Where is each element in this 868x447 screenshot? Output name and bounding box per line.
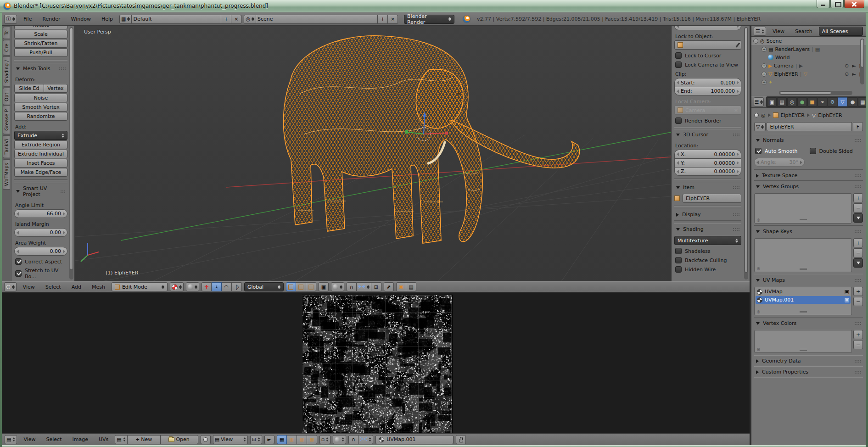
uv-canvas-area[interactable] — [2, 293, 750, 434]
randomize-button[interactable]: Randomize — [14, 112, 67, 121]
cursor-y-field[interactable]: Y: 0.00000 — [674, 158, 741, 167]
tab-tools[interactable]: To — [3, 27, 10, 39]
snap-toggle-button[interactable]: ∩ — [347, 282, 357, 291]
uv-display-dropdown[interactable]: ▤ View — [213, 435, 248, 444]
tab-grease-pencil[interactable]: Grease P — [3, 106, 10, 134]
uvmap-row-2-selected[interactable]: UVMap.001 ▣ — [756, 296, 851, 304]
snap-peel-button[interactable]: ⬈ — [384, 282, 394, 291]
tab-material[interactable]: ● — [848, 97, 857, 106]
expand-icon[interactable]: + — [762, 63, 767, 68]
panel-header-uv-maps[interactable]: UV Maps — [754, 274, 863, 285]
screen-layout-icon-button[interactable]: ▦ — [119, 15, 132, 24]
correct-aspect-checkbox[interactable]: Correct Aspect — [15, 258, 67, 265]
vcol-add-button[interactable]: + — [853, 330, 863, 339]
menu-render[interactable]: Render — [38, 15, 64, 23]
manipulator-x-handle[interactable] — [445, 132, 448, 135]
render-engine-dropdown[interactable]: Blender Render — [404, 15, 454, 24]
tab-scene[interactable]: ◎ — [787, 97, 797, 106]
vertex-colors-list[interactable]: ⊕ — [754, 330, 852, 353]
tab-object-data[interactable]: ▽ — [838, 97, 847, 106]
vcol-remove-button[interactable]: − — [853, 340, 863, 349]
panel-header-mesh-tools[interactable]: Mesh Tools — [14, 63, 67, 73]
elephant-wireframe-mesh[interactable] — [283, 36, 579, 243]
manipulator-scale-button[interactable]: ◹ — [232, 282, 242, 291]
uv-sync-select-button[interactable]: ► — [264, 435, 274, 444]
edge-slide-button[interactable]: Slide Ed — [14, 84, 44, 93]
opengl-render-button[interactable]: ▣ — [396, 282, 406, 291]
extrude-dropdown[interactable]: Extrude — [14, 131, 67, 140]
manipulator-toggle-button[interactable]: ✚ — [202, 282, 212, 291]
cursor-x-field[interactable]: X: 0.00000 — [674, 150, 741, 158]
clear-icon[interactable]: × — [734, 107, 738, 113]
fake-user-button[interactable]: F — [853, 122, 863, 131]
panel-header-vertex-groups[interactable]: Vertex Groups — [754, 181, 863, 191]
island-margin-slider[interactable]: 0.00 — [14, 228, 67, 237]
panel-header-display[interactable]: Display — [674, 209, 741, 219]
pin-icon[interactable] — [754, 113, 759, 117]
uv-select-edge-button[interactable]: ▥ — [287, 435, 297, 444]
outliner-row-camera[interactable]: + ▶ Camera | ▶ ⊙ ► ▣ — [751, 61, 866, 70]
list-resize-grip[interactable] — [800, 219, 807, 221]
mesh-name-field[interactable]: ElphEYER — [767, 122, 852, 131]
area-weight-slider[interactable]: 0.00 — [14, 247, 67, 256]
vgroup-add-button[interactable]: + — [853, 193, 863, 202]
collapse-icon[interactable]: − — [753, 39, 758, 44]
image-open-button[interactable]: Open — [161, 435, 198, 444]
editor-type-button-uv[interactable]: ▤ — [5, 435, 17, 444]
outliner-row-scene[interactable]: − ◎ Scene — [751, 37, 866, 45]
clip-end-slider[interactable]: End: 1000.000 — [674, 87, 741, 95]
stretch-to-uv-bounds-checkbox[interactable]: Stretch to UV Bo... — [15, 268, 67, 279]
uv-sticky-dropdown[interactable]: ▫ — [319, 435, 330, 444]
visibility-eye-icon[interactable]: ⊙ — [845, 63, 849, 69]
editor-type-button-properties[interactable]: ☰ — [754, 97, 764, 106]
visibility-eye-icon[interactable]: ⊙ — [845, 71, 849, 77]
outliner-row-renderlayers[interactable]: + ▤ RenderLayers | ▤ — [751, 45, 866, 53]
expand-icon[interactable]: + — [762, 72, 767, 77]
scene-field[interactable]: Scene — [256, 15, 378, 24]
vertex-groups-list[interactable]: ⊕ — [754, 193, 852, 224]
eyedropper-icon[interactable] — [735, 43, 740, 48]
shapekey-specials-button[interactable] — [853, 258, 863, 268]
tab-texture[interactable]: ▦ — [858, 97, 866, 106]
editor-type-button-info[interactable]: ⓘ — [4, 15, 17, 24]
panel-header-3d-cursor[interactable]: 3D Cursor — [674, 129, 741, 140]
add-layout-button[interactable]: + — [221, 15, 231, 24]
breadcrumb-data[interactable]: ElphEYER — [818, 112, 842, 118]
scale-button[interactable]: Scale — [14, 30, 67, 39]
mode-dropdown[interactable]: Edit Mode — [112, 282, 168, 291]
selectability-cursor-icon[interactable]: ► — [852, 71, 856, 77]
vgroup-remove-button[interactable]: − — [853, 203, 863, 212]
tab-object[interactable]: ■ — [807, 97, 817, 106]
inset-faces-button[interactable]: Inset Faces — [14, 159, 67, 168]
breadcrumb-object[interactable]: ElphEYER — [781, 112, 805, 118]
list-resize-grip[interactable] — [800, 349, 807, 351]
shapekey-add-button[interactable]: + — [853, 238, 863, 247]
shapekey-remove-button[interactable]: − — [853, 248, 863, 257]
shrink-fatten-button[interactable]: Shrink/Fatten — [14, 39, 67, 48]
render-border-checkbox[interactable]: Render Border — [675, 117, 740, 124]
tab-shading[interactable]: Shading / — [3, 56, 10, 87]
uv-snap-toggle-button[interactable]: ∩ — [348, 435, 358, 444]
shading-mode-dropdown[interactable]: Multitexture — [674, 236, 741, 245]
editor-type-button-3dview[interactable]: ⬡ — [4, 282, 17, 291]
mesh-datablock-dropdown[interactable]: ▽ — [754, 122, 766, 131]
panel-header-vertex-colors[interactable]: Vertex Colors — [754, 318, 863, 328]
lock-camera-to-view-checkbox[interactable]: Lock Camera to View — [675, 61, 740, 68]
window-titlebar[interactable]: Blender* [C:\users\Baryonyx2\Pictures\ta… — [0, 0, 868, 12]
proportional-edit-dropdown[interactable] — [331, 282, 344, 291]
list-resize-grip[interactable] — [800, 311, 807, 313]
uv-snap-element-dropdown[interactable]: ᗒᗕ — [358, 435, 373, 444]
selectability-cursor-icon[interactable]: ► — [852, 63, 856, 69]
item-name-field[interactable]: ElphEYER — [683, 194, 741, 203]
opengl-render-anim-button[interactable]: ▤ — [406, 282, 416, 291]
uv-select-vertex-button[interactable]: ▦ — [277, 435, 287, 444]
image-pin-button[interactable] — [201, 435, 211, 444]
list-resize-grip[interactable] — [800, 268, 807, 270]
angle-limit-slider[interactable]: 66.00 — [14, 209, 67, 218]
tab-render-layers[interactable]: ▤ — [777, 97, 787, 106]
push-pull-button[interactable]: Push/Pull — [14, 48, 67, 57]
screen-layout-field[interactable]: Default — [132, 15, 221, 24]
shape-keys-list[interactable]: ⊕ — [754, 238, 852, 272]
outliner-filter-dropdown[interactable]: All Scenes — [819, 27, 863, 36]
make-edge-face-button[interactable]: Make Edge/Face — [14, 168, 67, 177]
